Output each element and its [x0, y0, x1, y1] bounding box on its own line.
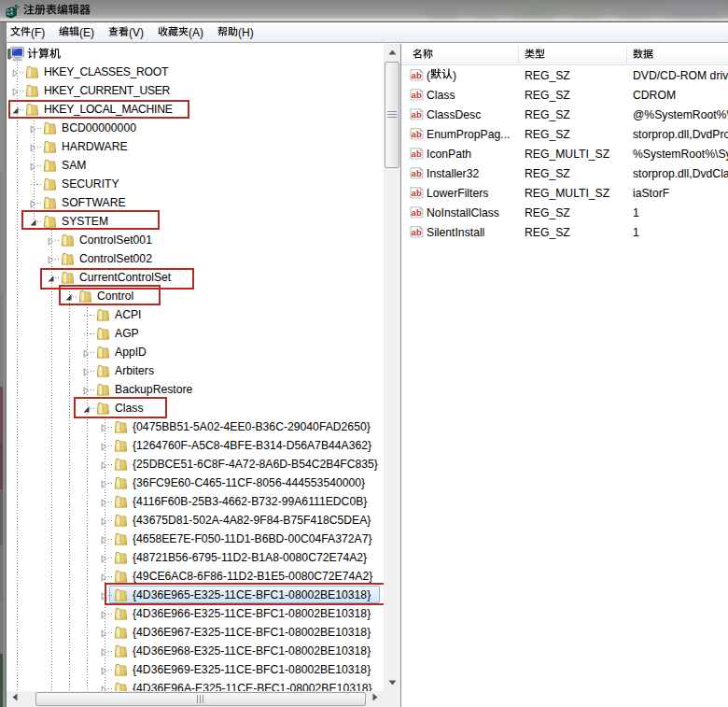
svg-text:ab: ab — [412, 70, 422, 80]
svg-text:ab: ab — [412, 188, 422, 198]
svg-text:ab: ab — [412, 148, 422, 159]
svg-text:ab: ab — [412, 90, 422, 100]
svg-text:ab: ab — [412, 129, 422, 139]
svg-text:ab: ab — [412, 168, 422, 178]
svg-text:ab: ab — [412, 109, 422, 120]
svg-text:ab: ab — [412, 207, 422, 218]
svg-text:ab: ab — [412, 227, 422, 237]
